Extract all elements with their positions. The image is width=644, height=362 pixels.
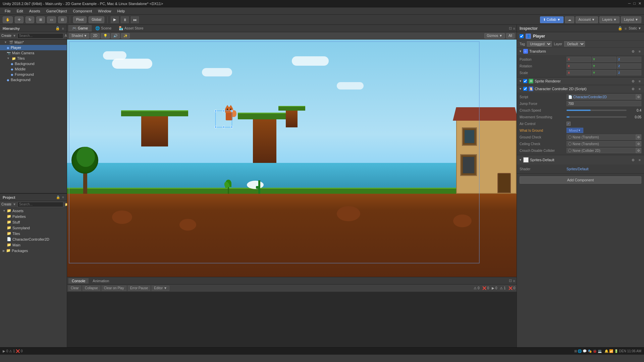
pos-y-input[interactable]: 3.06 <box>596 58 613 61</box>
ground-check-value[interactable]: None (Transform) <box>567 134 636 140</box>
hierarchy-item-maincamera[interactable]: 📷 Main Camera <box>0 50 67 56</box>
play-btn[interactable]: ▶ <box>111 16 119 23</box>
tool-scale[interactable]: ⊞ <box>36 16 45 23</box>
hierarchy-item-background[interactable]: ◆ Background <box>0 77 67 82</box>
scale-x-input[interactable]: 1 <box>571 71 588 75</box>
rot-z-input[interactable]: 0 <box>621 64 638 68</box>
ground-check-target[interactable]: ⊙ <box>636 134 641 140</box>
inspector-menu-icon[interactable]: ≡ <box>625 26 627 31</box>
movement-smoothing-slider[interactable]: 0.05 <box>567 115 641 119</box>
hierarchy-collapse-icon[interactable]: ≡ <box>62 26 64 31</box>
pos-z-input[interactable]: 0 <box>621 58 638 61</box>
material-settings-icon[interactable]: ⚙ <box>630 158 636 162</box>
pause-btn[interactable]: ⏸ <box>121 16 129 23</box>
sprite-renderer-checkbox[interactable] <box>523 79 527 83</box>
ceiling-check-value[interactable]: None (Transform) <box>567 141 636 146</box>
layer-dropdown[interactable]: Default <box>564 41 585 47</box>
menu-component[interactable]: Component <box>70 8 95 14</box>
tool-multi[interactable]: ⊟ <box>58 16 67 23</box>
tool-rect[interactable]: ▭ <box>47 16 56 23</box>
pos-x-input[interactable]: -1.98 <box>571 58 588 61</box>
player-active-checkbox[interactable] <box>520 34 524 38</box>
hierarchy-search[interactable] <box>17 33 63 39</box>
sr-options-icon[interactable]: ≡ <box>637 79 642 83</box>
all-btn[interactable]: All <box>506 33 515 39</box>
project-cc2d[interactable]: 📄 CharacterController2D <box>0 236 67 242</box>
hierarchy-item-middle[interactable]: ◆ Middle <box>0 66 67 72</box>
clear-btn[interactable]: Clear <box>68 286 81 291</box>
shaded-btn[interactable]: Shaded ▼ <box>69 33 89 39</box>
viewport-maximize-icon[interactable]: ⊡ <box>509 26 512 31</box>
hierarchy-item-foreground[interactable]: ◆ Foreground <box>0 72 67 77</box>
collab-btn[interactable]: ⬆ Collab ▼ <box>540 16 564 23</box>
menu-gameobject[interactable]: GameObject <box>44 8 70 14</box>
tool-rotate[interactable]: ↻ <box>25 16 34 23</box>
project-packages[interactable]: ▶ 📁 Packages <box>0 248 67 253</box>
lighting-btn[interactable]: 💡 <box>101 33 110 39</box>
material-options-icon[interactable]: ≡ <box>637 158 642 162</box>
ceiling-check-target[interactable]: ⊙ <box>636 141 641 146</box>
console-menu-icon[interactable]: ≡ <box>513 279 515 283</box>
project-create-btn[interactable]: Create <box>1 202 11 206</box>
global-btn[interactable]: Global <box>89 16 104 23</box>
hierarchy-create-btn[interactable]: Create <box>1 34 11 38</box>
script-target-icon[interactable]: ⊙ <box>636 94 641 100</box>
hierarchy-item-player[interactable]: ◆ Player <box>0 45 67 50</box>
project-main[interactable]: 📁 Main <box>0 242 67 248</box>
crouch-speed-slider[interactable]: 0.4 <box>567 109 641 112</box>
tab-console[interactable]: Console <box>68 278 89 284</box>
layout-btn[interactable]: Layout ▼ <box>621 16 641 23</box>
project-palettes[interactable]: 📁 Palettes <box>0 214 67 219</box>
menu-help[interactable]: Help <box>114 8 127 14</box>
inspector-lock-icon[interactable]: 🔒 <box>618 26 623 31</box>
cc2d-options-icon[interactable]: ≡ <box>637 87 642 91</box>
hierarchy-item-bg[interactable]: ◆ Background <box>0 61 67 66</box>
minimize-btn[interactable]: ─ <box>628 1 631 6</box>
gizmos-btn[interactable]: Gizmos ▼ <box>484 33 505 39</box>
collapse-btn[interactable]: Collapse <box>83 286 100 291</box>
menu-file[interactable]: File <box>2 8 13 14</box>
jump-force-value[interactable]: 700 <box>567 101 641 106</box>
project-lock-icon[interactable]: 🔒 <box>56 195 60 199</box>
close-btn[interactable]: ✕ <box>638 1 641 6</box>
what-is-ground-value[interactable]: Mixed ▼ <box>567 128 583 133</box>
sprite-renderer-header[interactable]: ▼ 🖼 Sprite Renderer ⚙ ≡ <box>517 77 644 85</box>
shader-value[interactable]: Sprites/Default <box>567 167 589 171</box>
project-sunnyland[interactable]: 📁 Sunnyland <box>0 225 67 231</box>
tool-move[interactable]: ✛ <box>15 16 23 23</box>
2d-btn[interactable]: 2D <box>91 33 100 39</box>
tab-animation[interactable]: Animation <box>89 278 112 284</box>
menu-edit[interactable]: Edit <box>14 8 26 14</box>
tool-hand[interactable]: ✋ <box>3 16 13 23</box>
transform-settings-icon[interactable]: ⚙ <box>630 50 636 53</box>
sr-settings-icon[interactable]: ⚙ <box>630 79 636 83</box>
error-pause-btn[interactable]: Error Pause <box>128 286 150 291</box>
step-btn[interactable]: ⏭ <box>131 16 139 23</box>
project-tiles[interactable]: 📁 Tiles <box>0 231 67 236</box>
project-stuff[interactable]: 📁 Stuff <box>0 219 67 225</box>
editor-btn[interactable]: Editor ▼ <box>152 286 169 291</box>
cloud-btn[interactable]: ☁ <box>565 16 574 23</box>
viewport-menu-icon[interactable]: ≡ <box>513 26 515 31</box>
scale-y-input[interactable]: 1 <box>596 71 613 75</box>
menu-assets[interactable]: Assets <box>26 8 43 14</box>
transform-header[interactable]: ▼ ⊹ Transform ⚙ ≡ <box>517 48 644 55</box>
hierarchy-item-main[interactable]: ▼ 🎬 Main* <box>0 40 67 45</box>
menu-window[interactable]: Window <box>95 8 114 14</box>
clear-on-play-btn[interactable]: Clear on Play <box>102 286 126 291</box>
air-control-checkbox[interactable]: ✓ <box>567 122 571 126</box>
tab-asset-store[interactable]: 🏪 Asset Store <box>115 25 147 32</box>
tag-dropdown[interactable]: Untagged <box>527 41 552 47</box>
cc2d-checkbox[interactable] <box>523 87 527 91</box>
script-ref[interactable]: 📄 CharacterController2D <box>567 94 636 100</box>
tab-game[interactable]: 🎮 Game <box>68 25 92 32</box>
pivot-btn[interactable]: Pivot <box>73 16 87 23</box>
material-header[interactable]: ▼ Sprites-Default ⚙ ≡ <box>517 155 644 165</box>
rot-y-input[interactable]: 0 <box>596 64 613 68</box>
add-component-btn[interactable]: Add Component <box>520 176 641 184</box>
cc2d-settings-icon[interactable]: ⚙ <box>630 87 636 91</box>
scene-viewport[interactable] <box>67 40 517 277</box>
crouch-disable-value[interactable]: None (Collider 2D) <box>567 148 636 153</box>
console-maximize-icon[interactable]: ⊡ <box>509 279 512 283</box>
cc2d-header[interactable]: ▼ 📜 Character Controller 2D (Script) ⚙ ≡ <box>517 85 644 93</box>
